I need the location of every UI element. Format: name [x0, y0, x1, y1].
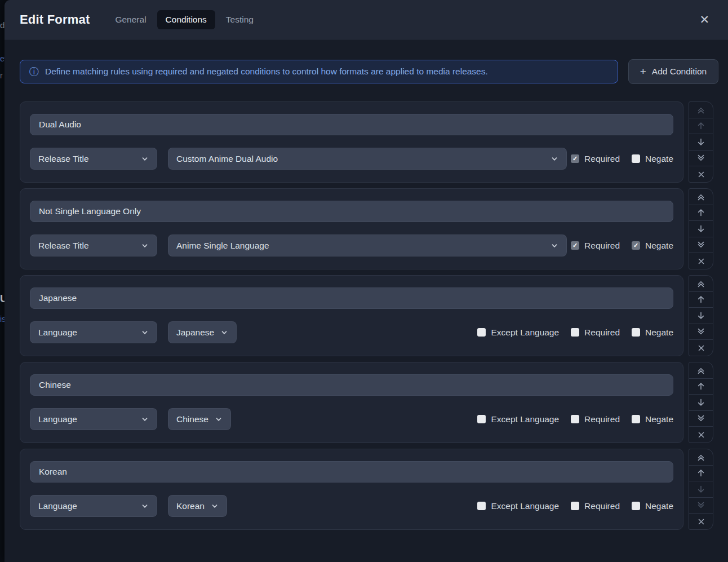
checkbox[interactable]: ✓: [632, 241, 640, 250]
checkbox-item[interactable]: ✓ Required: [571, 501, 620, 511]
condition-value-dropdown[interactable]: Japanese: [168, 321, 237, 343]
plus-icon: +: [640, 66, 646, 77]
checkbox-item[interactable]: ✓ Negate: [632, 328, 673, 338]
checkbox[interactable]: ✓: [632, 328, 640, 337]
condition-name-input[interactable]: [30, 374, 673, 396]
condition-type-dropdown[interactable]: Release Title: [30, 234, 157, 256]
chevrons-down-icon: [696, 327, 706, 337]
tab-general[interactable]: General: [106, 10, 154, 29]
move-down-button[interactable]: [689, 221, 713, 237]
checkbox[interactable]: ✓: [477, 502, 486, 510]
close-button[interactable]: ✕: [696, 11, 713, 28]
condition-name-input[interactable]: [30, 114, 673, 135]
condition-row: Language Chinese ✓ Except Language ✓ Req…: [20, 362, 718, 443]
checkmark-icon: ✓: [633, 242, 638, 249]
move-top-button[interactable]: [689, 362, 713, 379]
checkbox-item[interactable]: ✓ Negate: [632, 241, 673, 251]
tab-conditions[interactable]: Conditions: [157, 10, 215, 29]
close-icon: [696, 430, 706, 440]
move-top-button[interactable]: [689, 449, 713, 466]
checkbox-item[interactable]: ✓ Negate: [632, 501, 673, 511]
checkbox-item[interactable]: ✓ Except Language: [477, 501, 559, 511]
condition-name-input[interactable]: [30, 461, 673, 483]
condition-card: Language Japanese ✓ Except Language ✓ Re…: [20, 275, 683, 356]
move-controls: [689, 188, 713, 269]
checkbox[interactable]: ✓: [632, 415, 640, 423]
checkbox[interactable]: ✓: [571, 328, 579, 337]
condition-type-dropdown[interactable]: Language: [30, 321, 157, 343]
checkbox-item[interactable]: ✓ Required: [571, 241, 620, 251]
move-bottom-button[interactable]: [689, 411, 713, 427]
move-up-button[interactable]: [689, 379, 713, 395]
checkbox[interactable]: ✓: [477, 328, 486, 337]
condition-row: Language Korean ✓ Except Language ✓ Requ…: [20, 449, 718, 530]
tab-testing[interactable]: Testing: [217, 10, 262, 29]
arrow-up-icon: [696, 121, 706, 131]
chevron-down-icon: [141, 415, 149, 423]
close-icon: [696, 256, 706, 266]
move-up-button[interactable]: [689, 205, 713, 222]
condition-value-dropdown[interactable]: Korean: [168, 495, 227, 517]
checkbox-item[interactable]: ✓ Except Language: [477, 414, 559, 424]
condition-name-input[interactable]: [30, 201, 673, 222]
checkbox-group: ✓ Required ✓ Negate: [571, 241, 673, 251]
chevrons-up-icon: [696, 192, 706, 202]
move-bottom-button[interactable]: [689, 237, 713, 254]
chevron-down-icon: [141, 155, 149, 163]
move-down-button[interactable]: [689, 481, 713, 498]
move-up-button[interactable]: [689, 118, 713, 135]
condition-value-dropdown[interactable]: Chinese: [168, 408, 231, 430]
delete-condition-button[interactable]: [689, 166, 713, 182]
arrow-down-icon: [696, 397, 706, 408]
condition-value-dropdown[interactable]: Anime Single Language: [168, 234, 567, 256]
checkbox-group: ✓ Except Language ✓ Required ✓ Negate: [477, 414, 673, 424]
move-up-button[interactable]: [689, 292, 713, 308]
condition-card: Language Korean ✓ Except Language ✓ Requ…: [20, 449, 683, 530]
checkbox[interactable]: ✓: [571, 154, 579, 163]
move-top-button[interactable]: [689, 102, 713, 118]
condition-type-dropdown[interactable]: Language: [30, 408, 157, 430]
move-bottom-button[interactable]: [689, 498, 713, 514]
checkbox-group: ✓ Required ✓ Negate: [571, 154, 673, 164]
condition-value-dropdown[interactable]: Custom Anime Dual Audio: [168, 148, 567, 170]
checkbox-item[interactable]: ✓ Except Language: [477, 328, 559, 338]
condition-row: Release Title Custom Anime Dual Audio ✓ …: [20, 101, 718, 183]
move-bottom-button[interactable]: [689, 151, 713, 167]
arrow-up-icon: [696, 294, 706, 304]
checkbox[interactable]: ✓: [571, 241, 579, 250]
move-down-button[interactable]: [689, 134, 713, 151]
checkbox-item[interactable]: ✓ Required: [571, 414, 620, 424]
delete-condition-button[interactable]: [689, 514, 713, 529]
condition-card: Release Title Custom Anime Dual Audio ✓ …: [20, 101, 683, 183]
checkbox[interactable]: ✓: [477, 415, 486, 423]
backdrop-fragment: r: [0, 71, 3, 80]
chevrons-up-icon: [696, 278, 706, 289]
delete-condition-button[interactable]: [689, 427, 713, 442]
condition-type-dropdown[interactable]: Release Title: [30, 148, 157, 170]
add-condition-button[interactable]: + Add Condition: [628, 59, 718, 84]
checkbox[interactable]: ✓: [632, 502, 640, 510]
checkbox-label: Required: [584, 328, 620, 338]
move-bottom-button[interactable]: [689, 324, 713, 340]
delete-condition-button[interactable]: [689, 253, 713, 269]
checkbox-item[interactable]: ✓ Required: [571, 154, 620, 164]
move-down-button[interactable]: [689, 308, 713, 324]
checkbox-item[interactable]: ✓ Negate: [632, 414, 673, 424]
move-top-button[interactable]: [689, 189, 713, 205]
arrow-down-icon: [696, 137, 706, 147]
condition-card: Language Chinese ✓ Except Language ✓ Req…: [20, 362, 683, 443]
checkbox[interactable]: ✓: [571, 415, 579, 423]
condition-value-label: Korean: [176, 501, 205, 511]
arrow-down-icon: [696, 484, 706, 494]
checkbox[interactable]: ✓: [571, 502, 579, 510]
condition-type-dropdown[interactable]: Language: [30, 495, 157, 517]
checkbox-item[interactable]: ✓ Negate: [632, 154, 673, 164]
condition-name-input[interactable]: [30, 287, 673, 309]
checkbox-item[interactable]: ✓ Required: [571, 328, 620, 338]
move-down-button[interactable]: [689, 395, 713, 411]
chevron-down-icon: [211, 502, 219, 510]
move-top-button[interactable]: [689, 276, 713, 292]
checkbox[interactable]: ✓: [632, 154, 640, 163]
delete-condition-button[interactable]: [689, 340, 713, 356]
move-up-button[interactable]: [689, 466, 713, 482]
